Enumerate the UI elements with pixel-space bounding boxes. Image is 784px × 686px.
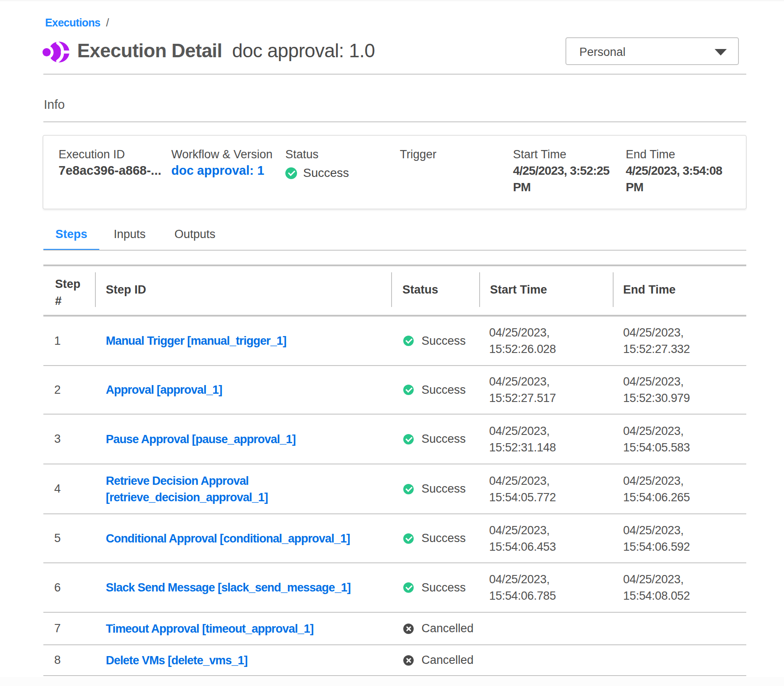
- column-header-step-id: Step ID: [106, 284, 146, 296]
- header-separator: [613, 272, 614, 307]
- table-row: 8 Delete VMs [delete_vms_1] Cancelled: [43, 645, 746, 676]
- info-heading-divider: [43, 121, 746, 122]
- info-field-label: Start Time: [513, 149, 566, 160]
- status-icon: [285, 167, 297, 179]
- tabs-divider: [43, 250, 746, 251]
- column-header-end-time: End Time: [623, 284, 676, 296]
- step-num: 1: [54, 317, 61, 365]
- title-divider: [43, 74, 746, 75]
- workflow-version-link[interactable]: doc approval: 1: [171, 164, 264, 177]
- page-title-row: Execution Detaildoc approval: 1.0: [77, 41, 375, 60]
- page-title: Execution Detail: [77, 40, 222, 61]
- step-num: 7: [54, 613, 61, 644]
- column-header-step-num: Step #: [55, 276, 85, 310]
- step-start-time: 04/25/2023, 15:52:26.028: [489, 324, 606, 357]
- step-start-time: 04/25/2023, 15:54:05.772: [489, 473, 606, 506]
- status-icon: [403, 484, 414, 494]
- step-start-time: 04/25/2023, 15:52:27.517: [489, 373, 606, 406]
- step-status: Success: [421, 334, 466, 348]
- step-end-time: 04/25/2023, 15:52:27.332: [623, 324, 745, 357]
- table-row: 5 Conditional Approval [conditional_appr…: [43, 514, 746, 563]
- table-row: 3 Pause Approval [pause_approval_1] Succ…: [43, 415, 746, 464]
- chevron-down-icon: [715, 49, 727, 56]
- status-icon: [403, 533, 414, 544]
- step-id-link[interactable]: Pause Approval [pause_approval_1]: [106, 431, 296, 448]
- step-status: Cancelled: [421, 622, 474, 635]
- column-header-status: Status: [402, 284, 438, 296]
- step-status: Cancelled: [421, 653, 474, 667]
- top-edge-band: [0, 0, 784, 1]
- execution-id-value: 7e8ac396-a868-...: [59, 164, 161, 177]
- step-id-link[interactable]: Timeout Approval [timeout_approval_1]: [106, 621, 314, 637]
- step-id-link[interactable]: Delete VMs [delete_vms_1]: [106, 652, 248, 669]
- table-row: 4 Retrieve Decision Approval [retrieve_d…: [43, 464, 746, 514]
- step-start-time: 04/25/2023, 15:54:06.785: [489, 571, 606, 604]
- table-row: 1 Manual Trigger [manual_trigger_1] Succ…: [43, 317, 746, 366]
- tab-steps[interactable]: Steps: [43, 229, 99, 251]
- step-end-time: 04/25/2023, 15:54:06.592: [623, 522, 745, 555]
- tab-outputs[interactable]: Outputs: [160, 229, 230, 251]
- tab-inputs[interactable]: Inputs: [99, 229, 160, 251]
- info-field-label: Workflow & Version: [171, 149, 273, 160]
- step-num: 5: [54, 514, 61, 562]
- info-field-label: End Time: [626, 149, 675, 160]
- header-separator: [479, 272, 480, 307]
- step-id-link[interactable]: Approval [approval_1]: [106, 382, 222, 398]
- step-id-link[interactable]: Slack Send Message [slack_send_message_1…: [106, 579, 351, 596]
- step-end-time: 04/25/2023, 15:52:30.979: [623, 373, 745, 406]
- info-section-heading: Info: [44, 98, 65, 111]
- info-field-label: Execution ID: [59, 149, 125, 160]
- step-num: 8: [54, 645, 61, 675]
- column-header-start-time: Start Time: [490, 284, 547, 296]
- status-icon: [403, 434, 414, 444]
- breadcrumb-separator: /: [106, 16, 108, 29]
- bottom-band: [0, 677, 784, 686]
- table-header: Step # Step ID Status Start Time End Tim…: [43, 266, 746, 315]
- workflow-icon: [41, 39, 71, 65]
- end-time-value: 4/25/2023, 3:54:08 PM: [626, 163, 737, 196]
- step-id-link[interactable]: Manual Trigger [manual_trigger_1]: [106, 333, 286, 349]
- step-num: 3: [54, 415, 61, 464]
- table-row: 6 Slack Send Message [slack_send_message…: [43, 563, 746, 613]
- header-separator: [391, 272, 392, 307]
- start-time-value: 4/25/2023, 3:52:25 PM: [513, 163, 624, 196]
- step-num: 6: [54, 563, 61, 612]
- step-end-time: 04/25/2023, 15:54:08.052: [623, 571, 745, 604]
- step-end-time: 04/25/2023, 15:54:06.265: [623, 473, 745, 506]
- step-end-time: 04/25/2023, 15:54:05.583: [623, 423, 745, 456]
- step-num: 2: [54, 366, 61, 414]
- scope-select-value: Personal: [579, 46, 626, 59]
- breadcrumb-executions-link[interactable]: Executions: [45, 16, 100, 29]
- status-icon: [403, 655, 414, 666]
- step-id-link[interactable]: Retrieve Decision Approval [retrieve_dec…: [106, 473, 401, 506]
- table-row: 7 Timeout Approval [timeout_approval_1] …: [43, 613, 746, 645]
- step-id-link[interactable]: Conditional Approval [conditional_approv…: [106, 530, 350, 547]
- scope-select[interactable]: Personal: [565, 37, 739, 65]
- status-icon: [403, 336, 414, 346]
- step-start-time: 04/25/2023, 15:54:06.453: [489, 522, 606, 555]
- step-status: Success: [421, 482, 466, 496]
- status-icon: [403, 582, 414, 593]
- step-num: 4: [54, 464, 61, 513]
- info-field-label: Trigger: [400, 149, 437, 160]
- step-start-time: 04/25/2023, 15:52:31.148: [489, 423, 606, 456]
- step-status: Success: [421, 581, 466, 595]
- header-separator: [95, 272, 96, 307]
- info-field-label: Status: [285, 149, 319, 160]
- status-icon: [403, 385, 414, 395]
- info-card: Execution ID 7e8ac396-a868-... Workflow …: [42, 135, 747, 209]
- status-icon: [403, 624, 414, 634]
- step-status: Success: [421, 383, 466, 397]
- step-status: Success: [421, 532, 466, 545]
- status-value: Success: [303, 166, 349, 180]
- step-status: Success: [421, 432, 466, 446]
- page-title-workflow-name: doc approval: 1.0: [232, 40, 375, 61]
- table-row: 2 Approval [approval_1] Success 04/25/20…: [43, 366, 746, 415]
- breadcrumb: Executions/: [45, 17, 109, 28]
